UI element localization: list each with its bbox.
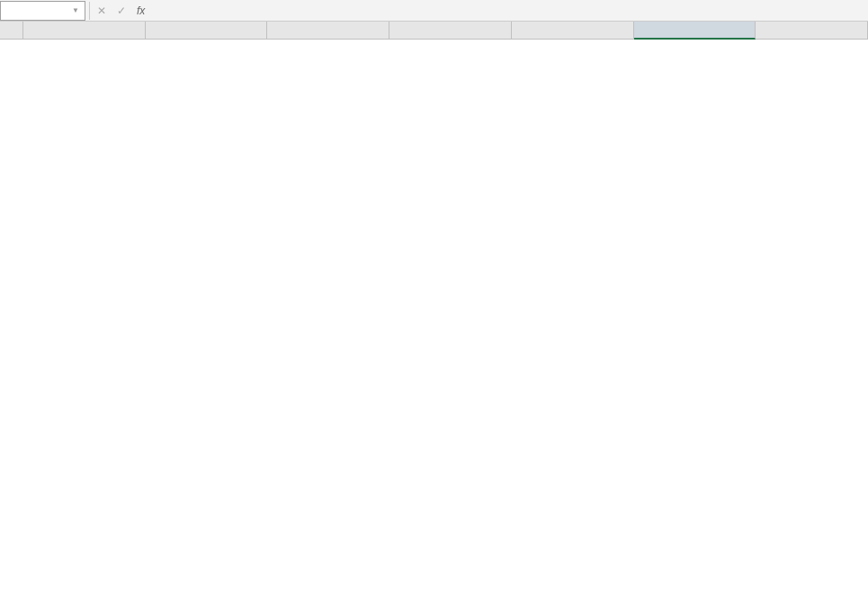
col-header-a[interactable] bbox=[23, 22, 146, 40]
select-all-corner[interactable] bbox=[0, 22, 23, 40]
formula-input[interactable] bbox=[150, 1, 868, 21]
chevron-down-icon[interactable]: ▼ bbox=[72, 6, 79, 14]
col-header-f[interactable] bbox=[634, 22, 756, 40]
fx-icon[interactable]: fx bbox=[137, 4, 145, 17]
separator bbox=[89, 2, 90, 20]
col-header-b[interactable] bbox=[146, 22, 268, 40]
column-headers bbox=[0, 22, 868, 40]
col-header-d[interactable] bbox=[389, 22, 512, 40]
cancel-icon[interactable]: ✕ bbox=[92, 1, 112, 21]
col-header-c[interactable] bbox=[267, 22, 389, 40]
formula-bar: ▼ ✕ ✓ fx bbox=[0, 0, 868, 22]
check-icon[interactable]: ✓ bbox=[112, 1, 131, 21]
col-header-e[interactable] bbox=[512, 22, 634, 40]
col-header-g[interactable] bbox=[756, 22, 868, 40]
name-box[interactable]: ▼ bbox=[0, 1, 85, 21]
spreadsheet-grid bbox=[0, 22, 868, 40]
